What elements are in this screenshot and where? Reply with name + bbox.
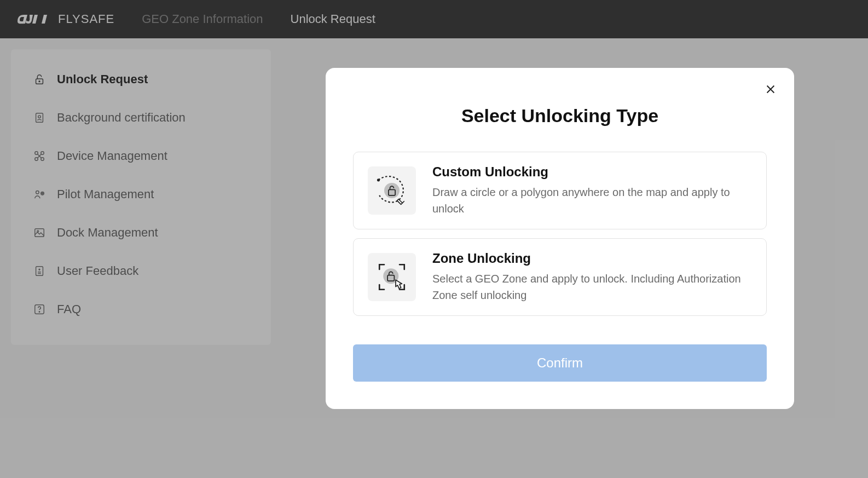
option-title: Custom Unlocking	[432, 164, 752, 180]
svg-point-13	[39, 269, 40, 270]
question-icon	[33, 303, 46, 316]
sidebar-item-dock-mgmt[interactable]: Dock Management	[11, 214, 271, 252]
unlock-icon	[33, 73, 46, 86]
svg-point-15	[39, 312, 39, 312]
sidebar-item-faq[interactable]: FAQ	[11, 290, 271, 329]
nav-unlock-request[interactable]: Unlock Request	[291, 12, 375, 26]
svg-point-8	[36, 191, 39, 194]
sidebar-item-background-cert[interactable]: Background certification	[11, 99, 271, 137]
option-title: Zone Unlocking	[432, 251, 752, 266]
svg-point-11	[37, 231, 39, 232]
option-description: Draw a circle or a polygon anywhere on t…	[432, 184, 752, 217]
image-icon	[33, 226, 46, 239]
nav-geo-zone-info[interactable]: GEO Zone Information	[142, 12, 263, 26]
drone-icon	[33, 149, 46, 163]
confirm-button[interactable]: Confirm	[353, 344, 767, 382]
sidebar-item-label: Background certification	[57, 111, 186, 125]
sidebar: Unlock Request Background certification	[11, 49, 271, 345]
app-header: FLYSAFE GEO Zone Information Unlock Requ…	[0, 0, 868, 38]
document-icon	[33, 264, 46, 278]
svg-point-17	[384, 183, 400, 198]
sidebar-item-pilot-mgmt[interactable]: Pilot Management	[11, 175, 271, 214]
sidebar-item-label: User Feedback	[57, 264, 138, 278]
option-custom-unlocking[interactable]: Custom Unlocking Draw a circle or a poly…	[353, 152, 767, 229]
svg-point-3	[38, 116, 41, 118]
sidebar-item-label: Dock Management	[57, 226, 158, 240]
svg-point-1	[39, 81, 40, 82]
dji-logo-icon	[16, 10, 50, 28]
nav-links: GEO Zone Information Unlock Request	[142, 12, 375, 26]
modal-title: Select Unlocking Type	[353, 105, 767, 126]
brand-suffix: FLYSAFE	[58, 12, 114, 26]
zone-unlock-icon	[368, 253, 416, 301]
sidebar-item-label: Pilot Management	[57, 187, 154, 201]
sidebar-item-unlock-request[interactable]: Unlock Request	[11, 60, 271, 99]
sidebar-item-label: FAQ	[57, 302, 81, 316]
sidebar-item-user-feedback[interactable]: User Feedback	[11, 252, 271, 290]
svg-rect-10	[35, 229, 44, 237]
close-button[interactable]	[763, 82, 778, 96]
unlock-type-modal: Select Unlocking Type Custom Unlocking D…	[326, 68, 794, 409]
sidebar-item-label: Device Management	[57, 149, 167, 163]
option-text: Zone Unlocking Select a GEO Zone and app…	[432, 251, 752, 303]
logo-group: FLYSAFE	[16, 10, 114, 28]
svg-rect-12	[36, 267, 43, 276]
option-text: Custom Unlocking Draw a circle or a poly…	[432, 164, 752, 217]
option-zone-unlocking[interactable]: Zone Unlocking Select a GEO Zone and app…	[353, 238, 767, 316]
pilot-icon	[33, 188, 46, 201]
sidebar-item-device-mgmt[interactable]: Device Management	[11, 137, 271, 175]
svg-point-16	[377, 178, 380, 181]
option-description: Select a GEO Zone and apply to unlock. I…	[432, 270, 752, 303]
sidebar-item-label: Unlock Request	[57, 72, 148, 87]
certificate-icon	[33, 111, 46, 124]
custom-unlock-icon	[368, 166, 416, 215]
